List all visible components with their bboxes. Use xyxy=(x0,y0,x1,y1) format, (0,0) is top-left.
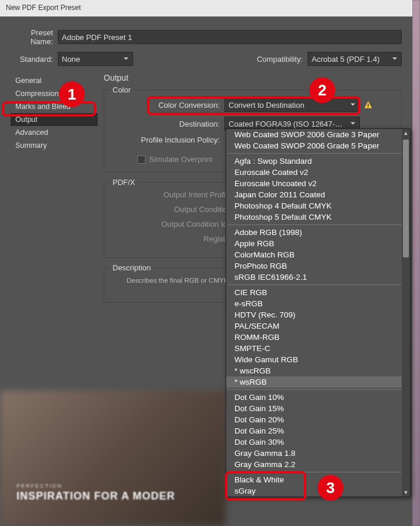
registry-label: Registry xyxy=(113,234,236,243)
menu-separator xyxy=(227,389,409,390)
profile-inclusion-label: Profile Inclusion Policy: xyxy=(113,135,224,144)
annotation-badge-1: 1 xyxy=(59,81,85,107)
menu-item[interactable]: Dot Gain 10% xyxy=(226,392,410,403)
sidebar: GeneralCompressionMarks and BleedOutputA… xyxy=(11,72,98,312)
sidebar-item-marks-and-bleed[interactable]: Marks and Bleed xyxy=(11,100,98,113)
compatibility-label: Compatibility: xyxy=(257,55,303,64)
menu-item[interactable]: ROMM-RGB xyxy=(226,332,410,343)
menu-item[interactable]: Photoshop 4 Default CMYK xyxy=(226,200,410,211)
compatibility-wrap: Compatibility: Acrobat 5 (PDF 1.4) xyxy=(257,52,402,66)
menu-item[interactable]: Dot Gain 30% xyxy=(226,436,410,448)
chevron-down-icon xyxy=(123,55,129,64)
menu-item[interactable]: Dot Gain 15% xyxy=(226,403,410,414)
description-group-title: Description xyxy=(110,263,153,272)
menu-separator xyxy=(227,284,409,285)
menu-separator xyxy=(227,224,409,225)
sidebar-item-summary[interactable]: Summary xyxy=(11,139,98,152)
menu-item[interactable]: Japan Color 2011 Coated xyxy=(226,189,410,200)
scroll-down-arrow-icon[interactable]: ▼ xyxy=(402,488,410,497)
menu-item[interactable]: Adobe RGB (1998) xyxy=(226,227,410,238)
menu-separator xyxy=(227,472,409,472)
color-conversion-value: Convert to Destination xyxy=(229,101,305,110)
sidebar-item-general[interactable]: General xyxy=(11,74,98,87)
dropdown-scrollbar[interactable]: ▲ ▼ xyxy=(402,129,410,497)
menu-item[interactable]: HDTV (Rec. 709) xyxy=(226,309,410,320)
menu-item[interactable]: SMPTE-C xyxy=(226,343,410,354)
menu-item[interactable]: Web Coated SWOP 2006 Grade 5 Paper xyxy=(226,140,410,151)
standard-select[interactable]: None xyxy=(58,52,133,66)
compatibility-select[interactable]: Acrobat 5 (PDF 1.4) xyxy=(307,52,402,66)
menu-item[interactable]: * wscRGB xyxy=(226,365,410,376)
menu-item[interactable]: Wide Gamut RGB xyxy=(226,354,410,365)
menu-item[interactable]: Gray Gamma 2.2 xyxy=(226,459,410,470)
scrollbar-thumb[interactable] xyxy=(403,140,409,257)
svg-text:!: ! xyxy=(368,102,369,108)
scroll-up-arrow-icon[interactable]: ▲ xyxy=(402,129,410,137)
simulate-overprint-checkbox[interactable] xyxy=(137,156,145,164)
chevron-down-icon xyxy=(350,101,356,110)
color-conversion-label: Color Conversion: xyxy=(113,101,224,110)
window-titlebar: New PDF Export Preset xyxy=(0,0,412,16)
annotation-badge-2: 2 xyxy=(309,77,335,103)
menu-item[interactable]: Photoshop 5 Default CMYK xyxy=(226,211,410,223)
menu-item[interactable]: Web Coated SWOP 2006 Grade 3 Paper xyxy=(226,129,410,140)
section-heading: Output xyxy=(104,73,402,82)
destination-dropdown-menu: Web Coated SWOP 2006 Grade 3 PaperWeb Co… xyxy=(226,128,411,497)
background-strip xyxy=(412,0,420,526)
annotation-badge-3: 3 xyxy=(318,475,343,501)
window-title: New PDF Export Preset xyxy=(6,4,81,12)
output-condition-label: Output Condition xyxy=(113,205,236,214)
menu-item[interactable]: Agfa : Swop Standard xyxy=(226,156,410,167)
color-conversion-select[interactable]: Convert to Destination xyxy=(224,98,360,112)
chevron-down-icon xyxy=(350,120,356,128)
destination-value: Coated FOGRA39 (ISO 12647-2:2004) xyxy=(229,120,343,128)
menu-item[interactable]: Dot Gain 20% xyxy=(226,414,410,425)
menu-item[interactable]: Euroscale Uncoated v2 xyxy=(226,178,410,189)
simulate-overprint-label: Simulate Overprint xyxy=(149,155,213,164)
standard-value: None xyxy=(62,55,80,64)
menu-item[interactable]: ColorMatch RGB xyxy=(226,249,410,260)
compatibility-value: Acrobat 5 (PDF 1.4) xyxy=(312,55,380,64)
warning-icon: ! xyxy=(363,100,373,110)
menu-item[interactable]: PAL/SECAM xyxy=(226,320,410,332)
preset-name-row: Preset Name: xyxy=(11,28,402,46)
menu-item[interactable]: Apple RGB xyxy=(226,238,410,249)
bg-line1: PERFECTION xyxy=(16,483,223,489)
menu-item[interactable]: Gray Gamma 1.8 xyxy=(226,448,410,459)
menu-item[interactable]: CIE RGB xyxy=(226,287,410,298)
output-condition-id-label: Output Condition Ide xyxy=(113,220,236,229)
menu-item[interactable]: sRGB IEC61966-2.1 xyxy=(226,272,410,283)
standard-compat-row: Standard: None Compatibility: Acrobat 5 … xyxy=(11,52,402,66)
preset-name-label: Preset Name: xyxy=(11,28,58,46)
menu-item[interactable]: Euroscale Coated v2 xyxy=(226,167,410,178)
menu-item[interactable]: * wsRGB xyxy=(226,376,410,388)
pdfx-group-title: PDF/X xyxy=(110,178,137,187)
menu-item[interactable]: ProPhoto RGB xyxy=(226,260,410,272)
destination-label: Destination: xyxy=(113,120,224,128)
preset-name-input[interactable] xyxy=(58,30,402,44)
menu-item[interactable]: Dot Gain 25% xyxy=(226,425,410,436)
chevron-down-icon xyxy=(392,55,398,64)
sidebar-item-output[interactable]: Output xyxy=(11,113,98,126)
sidebar-item-advanced[interactable]: Advanced xyxy=(11,126,98,139)
background-image-blur xyxy=(0,391,226,526)
menu-separator xyxy=(227,153,409,154)
bg-line2: INSPIRATION FOR A MODER xyxy=(16,490,223,502)
standard-label: Standard: xyxy=(11,55,58,64)
menu-item[interactable]: e-sRGB xyxy=(226,298,410,309)
color-group-title: Color xyxy=(110,85,133,94)
background-text: PERFECTION INSPIRATION FOR A MODER xyxy=(16,483,223,502)
output-intent-profile-label: Output Intent Profile xyxy=(113,190,236,199)
